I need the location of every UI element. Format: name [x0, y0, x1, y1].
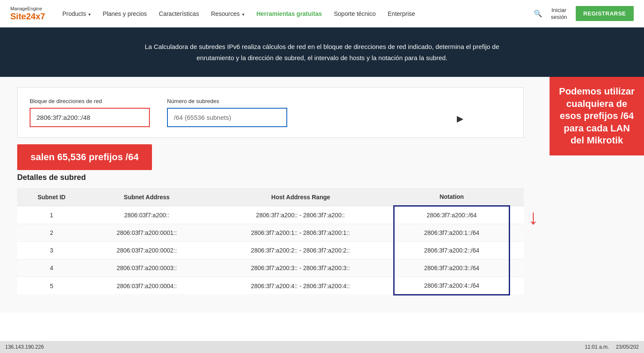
col-subnet-id: Subnet ID — [17, 188, 86, 206]
chevron-down-icon-resources: ▾ — [242, 12, 244, 17]
cell-subnet-address: 2806:03f7:a200:0001:: — [86, 224, 207, 242]
cell-subnet-address: 2806:03f7:a200:0004:: — [86, 277, 207, 295]
cell-subnet-id: 2 — [17, 224, 86, 242]
cell-notation: 2806:3f7:a200:3::/64 — [394, 259, 510, 277]
cell-notation: 2806:3f7:a200:2::/64 — [394, 242, 510, 259]
annotation-prefixes64: salen 65,536 prefijos /64 — [17, 144, 152, 170]
cell-subnet-address: 2806:03f7:a200:0002:: — [86, 242, 207, 259]
logo-manage-engine: ManageEngine — [10, 6, 45, 11]
hero-banner: La Calculadora de subredes IPv6 realiza … — [0, 27, 644, 77]
cell-host-range: 2806:3f7:a200:4:: - 2806:3f7:a200:4:: — [207, 277, 394, 295]
section-title: Detalles de subred — [17, 173, 524, 182]
cell-subnet-id: 3 — [17, 242, 86, 259]
col-host-range: Host Address Range — [207, 188, 394, 206]
nav-enterprise[interactable]: Enterprise — [388, 10, 415, 17]
search-icon[interactable]: 🔍 — [534, 9, 542, 18]
subnet-count-input[interactable] — [167, 108, 287, 127]
network-block-input[interactable] — [30, 108, 150, 127]
cell-notation: 2806:3f7:a200:1::/64 — [394, 224, 510, 242]
cell-host-range: 2806:3f7:a200:3:: - 2806:3f7:a200:3:: — [207, 259, 394, 277]
cell-subnet-address: 2806:03f7:a200:0003:: — [86, 259, 207, 277]
field-group-1: Bloque de direcciones de red — [30, 98, 150, 127]
main-content: Podemos utilizar cualquiera de esos pref… — [0, 77, 644, 313]
cell-notation: 2806:3f7:a200:4::/64 — [394, 277, 510, 295]
nav-right: 🔍 Iniciar sesión REGISTRARSE — [534, 6, 634, 21]
logo[interactable]: ManageEngine Site24x7 — [10, 6, 45, 21]
nav-soporte[interactable]: Soporte técnico — [334, 10, 376, 17]
cursor-icon: ▶ — [457, 113, 463, 124]
subnet-table: Subnet ID Subnet Address Host Address Ra… — [17, 188, 524, 295]
register-button[interactable]: REGISTRARSE — [576, 6, 634, 21]
nav-herramientas[interactable]: Herramientas gratuitas — [256, 10, 322, 17]
table-row: 5 2806:03f7:a200:0004:: 2806:3f7:a200:4:… — [17, 277, 524, 295]
col-notation: Notation — [394, 188, 510, 206]
table-section: Detalles de subred Subnet ID Subnet Addr… — [17, 173, 524, 295]
table-row: 3 2806:03f7:a200:0002:: 2806:3f7:a200:2:… — [17, 242, 524, 259]
table-header-row: Subnet ID Subnet Address Host Address Ra… — [17, 188, 524, 206]
arrow-down-icon: ↓ — [528, 205, 627, 229]
nav-resources[interactable]: Resources ▾ — [211, 10, 244, 17]
cell-scroll — [510, 242, 524, 259]
table-row: 2 2806:03f7:a200:0001:: 2806:3f7:a200:1:… — [17, 224, 524, 242]
notation-side-panel: ↓ — [528, 188, 627, 229]
form-section: Bloque de direcciones de red Número de s… — [17, 87, 524, 138]
col-scroll — [510, 188, 524, 206]
cell-subnet-id: 1 — [17, 206, 86, 224]
cell-scroll — [510, 259, 524, 277]
nav-planes[interactable]: Planes y precios — [103, 10, 147, 17]
annotation-row: De un prefijo /48 ➔ salen 65,536 prefijo… — [17, 148, 524, 166]
cell-subnet-address: 2806:03f7:a200:: — [86, 206, 207, 224]
cell-scroll — [510, 206, 524, 224]
logo-brand: Site24x7 — [10, 12, 45, 21]
cell-host-range: 2806:3f7:a200:1:: - 2806:3f7:a200:1:: — [207, 224, 394, 242]
cell-host-range: 2806:3f7:a200:: - 2806:3f7:a200:: — [207, 206, 394, 224]
field-group-2: Número de subredes — [167, 98, 287, 127]
table-row: 4 2806:03f7:a200:0003:: 2806:3f7:a200:3:… — [17, 259, 524, 277]
hero-description: La Calculadora de subredes IPv6 realiza … — [129, 41, 515, 63]
table-row: 1 2806:03f7:a200:: 2806:3f7:a200:: - 280… — [17, 206, 524, 224]
cell-notation: 2806:3f7:a200::/64 — [394, 206, 510, 224]
field1-label: Bloque de direcciones de red — [30, 98, 150, 104]
cell-subnet-id: 5 — [17, 277, 86, 295]
col-subnet-address: Subnet Address — [86, 188, 207, 206]
signin-button[interactable]: Iniciar sesión — [551, 7, 567, 20]
nav-caracteristicas[interactable]: Características — [159, 10, 199, 17]
chevron-down-icon: ▾ — [88, 12, 91, 17]
cell-host-range: 2806:3f7:a200:2:: - 2806:3f7:a200:2:: — [207, 242, 394, 259]
nav-links: Products ▾ Planes y precios Característi… — [62, 10, 534, 17]
cell-scroll — [510, 277, 524, 295]
nav-products[interactable]: Products ▾ — [62, 10, 91, 17]
popup-annotation: Podemos utilizar cualquiera de esos pref… — [550, 77, 644, 155]
navbar: ManageEngine Site24x7 Products ▾ Planes … — [0, 0, 644, 27]
cell-scroll — [510, 224, 524, 242]
field2-label: Número de subredes — [167, 98, 287, 104]
cell-subnet-id: 4 — [17, 259, 86, 277]
